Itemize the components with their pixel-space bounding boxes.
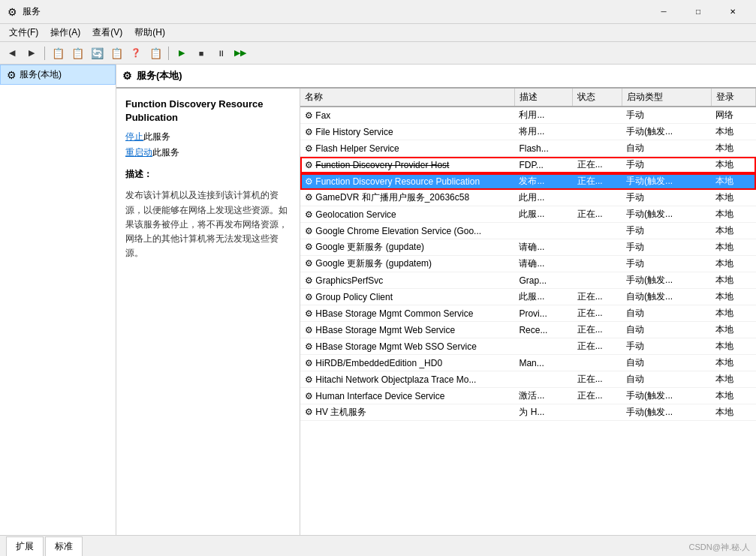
table-row[interactable]: ⚙ Fax利用...手动网络 xyxy=(300,107,756,124)
service-desc-cell: 为 H... xyxy=(514,404,572,421)
service-login-cell: 本地 xyxy=(711,388,755,404)
service-gear-icon: ⚙ xyxy=(305,226,315,236)
table-row[interactable]: ⚙ HBase Storage Mgmt Common ServiceProvi… xyxy=(300,305,756,322)
service-name-label: Group Policy Client xyxy=(315,292,393,302)
split-pane: Function Discovery Resource Publication … xyxy=(116,89,756,535)
table-row[interactable]: ⚙ Hitachi Network Objectplaza Trace Mo..… xyxy=(300,371,756,388)
service-startup-cell: 手动 xyxy=(622,256,711,272)
toolbar-forward[interactable]: ▶ xyxy=(23,45,41,62)
restart-suffix: 此服务 xyxy=(152,147,179,158)
service-desc-cell: 请确... xyxy=(514,256,572,272)
service-gear-icon: ⚙ xyxy=(305,209,315,220)
menu-view[interactable]: 查看(V) xyxy=(86,25,128,41)
service-login-cell: 本地 xyxy=(711,206,755,223)
table-row[interactable]: ⚙ HiRDB/EmbeddedEdition _HD0Man...自动本地 xyxy=(300,355,756,371)
tree-item-local-services[interactable]: ⚙ 服务(本地) xyxy=(0,65,116,85)
tree-item-label: 服务(本地) xyxy=(20,68,62,81)
service-desc-cell xyxy=(514,338,572,355)
toolbar-stop[interactable]: ■ xyxy=(192,45,210,62)
col-login[interactable]: 登录 xyxy=(711,89,755,107)
service-login-cell: 本地 xyxy=(711,371,755,388)
service-desc-cell: 此服... xyxy=(514,206,572,223)
service-status-cell: 正在... xyxy=(573,305,622,322)
col-startup[interactable]: 启动类型 xyxy=(622,89,711,107)
service-gear-icon: ⚙ xyxy=(305,341,315,352)
table-row[interactable]: ⚙ HV 主机服务为 H...手动(触发...本地 xyxy=(300,404,756,421)
toolbar-btn4[interactable]: 📋 xyxy=(107,45,125,62)
table-row[interactable]: ⚙ Human Interface Device Service激活...正在.… xyxy=(300,388,756,404)
selected-service-title: Function Discovery Resource Publication xyxy=(125,98,291,125)
left-panel: ⚙ 服务(本地) xyxy=(0,65,116,535)
service-status-cell xyxy=(573,272,622,289)
toolbar-btn3[interactable]: 🔄 xyxy=(88,45,106,62)
table-row[interactable]: ⚙ Google 更新服务 (gupdatem)请确...手动本地 xyxy=(300,256,756,272)
service-name-label: Hitachi Network Objectplaza Trace Mo... xyxy=(315,374,476,385)
service-gear-icon: ⚙ xyxy=(305,127,315,137)
service-login-cell: 网络 xyxy=(711,107,755,124)
table-row[interactable]: ⚙ Function Discovery Resource Publicatio… xyxy=(300,173,756,190)
service-login-cell: 本地 xyxy=(711,305,755,322)
col-desc[interactable]: 描述 xyxy=(514,89,572,107)
service-login-cell: 本地 xyxy=(711,173,755,190)
col-status[interactable]: 状态 xyxy=(573,89,622,107)
service-name-cell: ⚙ Google 更新服务 (gupdate) xyxy=(300,239,514,256)
bottom-tabs: 扩展 标准 xyxy=(0,535,756,556)
service-table: 名称 描述 状态 启动类型 登录 ⚙ Fax利用...手动网络⚙ File Hi… xyxy=(300,89,756,421)
toolbar-help[interactable]: ❓ xyxy=(127,45,145,62)
restart-service-link[interactable]: 重启动 xyxy=(125,147,152,158)
service-name-label: Human Interface Device Service xyxy=(315,391,444,401)
table-row[interactable]: ⚙ GraphicsPerfSvcGrap...手动(触发...本地 xyxy=(300,272,756,289)
toolbar-btn5[interactable]: 📋 xyxy=(146,45,164,62)
service-login-cell: 本地 xyxy=(711,289,755,305)
right-panel: ⚙ 服务(本地) Function Discovery Resource Pub… xyxy=(116,65,756,535)
table-row[interactable]: ⚙ HBase Storage Mgmt Web ServiceRece...正… xyxy=(300,322,756,338)
service-name-label: Google Chrome Elevation Service (Goo... xyxy=(315,226,481,236)
toolbar-back[interactable]: ◀ xyxy=(3,45,21,62)
tab-expand[interactable]: 扩展 xyxy=(6,536,44,556)
service-startup-cell: 手动 xyxy=(622,338,711,355)
table-row[interactable]: ⚙ Geolocation Service此服...正在...手动(触发...本… xyxy=(300,206,756,223)
toolbar-btn2[interactable]: 📋 xyxy=(68,45,86,62)
col-name[interactable]: 名称 xyxy=(300,89,514,107)
service-table-container[interactable]: 名称 描述 状态 启动类型 登录 ⚙ Fax利用...手动网络⚙ File Hi… xyxy=(300,89,756,535)
table-row[interactable]: ⚙ Google 更新服务 (gupdate)请确...手动本地 xyxy=(300,239,756,256)
table-row[interactable]: ⚙ Group Policy Client此服...正在...自动(触发...本… xyxy=(300,289,756,305)
service-gear-icon: ⚙ xyxy=(305,143,315,154)
stop-service-link[interactable]: 停止 xyxy=(125,131,143,142)
service-status-cell xyxy=(573,256,622,272)
service-status-cell: 正在... xyxy=(573,289,622,305)
toolbar-pause[interactable]: ⏸ xyxy=(212,45,230,62)
service-gear-icon: ⚙ xyxy=(305,374,315,385)
maximize-button[interactable]: □ xyxy=(681,0,715,24)
service-desc-cell xyxy=(514,223,572,239)
toolbar-restart[interactable]: ▶▶ xyxy=(231,45,249,62)
service-status-cell: 正在... xyxy=(573,206,622,223)
table-row[interactable]: ⚙ Flash Helper ServiceFlash...自动本地 xyxy=(300,140,756,157)
table-row[interactable]: ⚙ File History Service将用...手动(触发...本地 xyxy=(300,124,756,140)
toolbar-play[interactable]: ▶ xyxy=(173,45,191,62)
service-name-cell: ⚙ Google Chrome Elevation Service (Goo..… xyxy=(300,223,514,239)
table-row[interactable]: ⚙ GameDVR 和广播用户服务_20636c58此用...手动本地 xyxy=(300,190,756,206)
menu-action[interactable]: 操作(A) xyxy=(44,25,86,41)
table-row[interactable]: ⚙ HBase Storage Mgmt Web SSO Service正在..… xyxy=(300,338,756,355)
toolbar: ◀ ▶ 📋 📋 🔄 📋 ❓ 📋 ▶ ■ ⏸ ▶▶ xyxy=(0,42,756,65)
menu-help[interactable]: 帮助(H) xyxy=(128,25,171,41)
service-name-cell: ⚙ Function Discovery Resource Publicatio… xyxy=(300,173,514,190)
service-status-cell xyxy=(573,124,622,140)
table-row[interactable]: ⚙ Google Chrome Elevation Service (Goo..… xyxy=(300,223,756,239)
menu-file[interactable]: 文件(F) xyxy=(3,25,44,41)
minimize-button[interactable]: ─ xyxy=(646,0,681,24)
service-startup-cell: 手动(触发... xyxy=(622,124,711,140)
service-desc-cell: Flash... xyxy=(514,140,572,157)
tab-standard[interactable]: 标准 xyxy=(45,536,83,556)
table-row[interactable]: ⚙ Function Discovery Provider HostFDP...… xyxy=(300,157,756,173)
service-desc-cell: Rece... xyxy=(514,322,572,338)
service-name-label: Flash Helper Service xyxy=(315,143,399,154)
service-login-cell: 本地 xyxy=(711,256,755,272)
toolbar-btn1[interactable]: 📋 xyxy=(49,45,67,62)
service-status-cell: 正在... xyxy=(573,371,622,388)
close-button[interactable]: ✕ xyxy=(715,0,750,24)
service-status-cell: 正在... xyxy=(573,388,622,404)
service-name-cell: ⚙ Flash Helper Service xyxy=(300,140,514,157)
service-login-cell: 本地 xyxy=(711,322,755,338)
